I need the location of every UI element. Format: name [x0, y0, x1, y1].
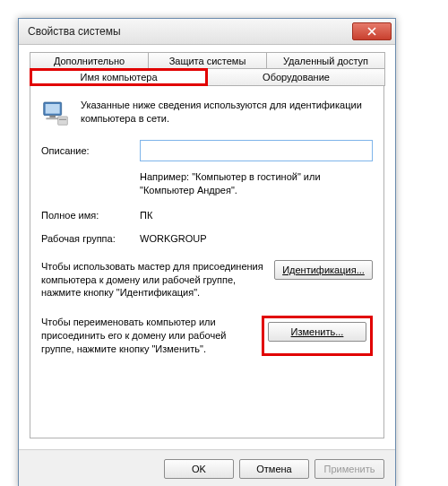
dialog-buttons: OK Отмена Применить	[19, 449, 395, 486]
svg-rect-4	[58, 117, 68, 125]
workgroup-row: Рабочая группа: WORKGROUP	[41, 233, 373, 244]
svg-rect-1	[46, 104, 60, 114]
change-text: Чтобы переименовать компьютер или присое…	[41, 316, 253, 356]
intro-text: Указанные ниже сведения используются для…	[81, 99, 373, 126]
titlebar: Свойства системы	[19, 19, 395, 45]
tab-hardware[interactable]: Оборудование	[207, 68, 385, 86]
dialog-content: Дополнительно Защита системы Удаленный д…	[19, 45, 395, 449]
fullname-value: ПК	[140, 210, 373, 221]
fullname-label: Полное имя:	[41, 210, 140, 221]
workgroup-value: WORKGROUP	[140, 233, 373, 244]
change-button[interactable]: Изменить...	[268, 322, 366, 342]
identification-text: Чтобы использовать мастер для присоедине…	[41, 260, 265, 300]
tab-computer-name[interactable]: Имя компьютера	[30, 68, 208, 86]
tab-advanced[interactable]: Дополнительно	[30, 52, 149, 69]
apply-button: Применить	[314, 459, 384, 479]
window-title: Свойства системы	[28, 25, 121, 38]
computer-icon	[41, 99, 70, 127]
description-example: Например: "Компьютер в гостиной" или "Ко…	[140, 170, 373, 197]
change-block: Чтобы переименовать компьютер или присое…	[41, 316, 373, 356]
tab-panel: Указанные ниже сведения используются для…	[30, 85, 384, 438]
identification-block: Чтобы использовать мастер для присоедине…	[41, 260, 373, 300]
svg-rect-3	[46, 117, 59, 119]
fullname-row: Полное имя: ПК	[41, 210, 373, 221]
close-button[interactable]	[352, 22, 392, 40]
svg-rect-2	[49, 116, 56, 118]
system-properties-window: Свойства системы Дополнительно Защита си…	[18, 18, 396, 486]
tabs-row-bottom: Имя компьютера Оборудование	[30, 68, 384, 86]
description-label: Описание:	[41, 145, 140, 156]
workgroup-label: Рабочая группа:	[41, 233, 140, 244]
tabs-row-top: Дополнительно Защита системы Удаленный д…	[30, 52, 384, 69]
description-row: Описание:	[41, 140, 373, 161]
svg-rect-5	[59, 119, 66, 120]
change-button-highlight: Изменить...	[262, 316, 373, 356]
tab-system-protection[interactable]: Защита системы	[148, 52, 267, 69]
intro-row: Указанные ниже сведения используются для…	[41, 99, 373, 127]
identification-button[interactable]: Идентификация...	[274, 260, 373, 280]
tab-remote[interactable]: Удаленный доступ	[266, 52, 385, 69]
ok-button[interactable]: OK	[164, 459, 234, 479]
cancel-button[interactable]: Отмена	[239, 459, 309, 479]
description-input[interactable]	[140, 140, 373, 161]
